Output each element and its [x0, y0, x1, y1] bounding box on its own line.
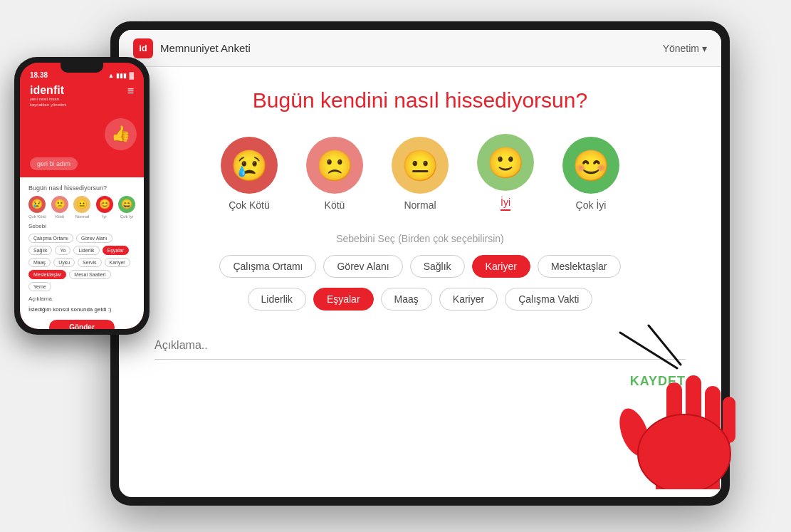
- tag-esyalar[interactable]: Eşyalar: [313, 288, 374, 311]
- tablet-device: id Memnuniyet Anketi Yönetim ▾ Bugün ken…: [110, 21, 730, 506]
- sebep-title-text: Sebebini Seç: [336, 233, 395, 244]
- sebep-title: Sebebini Seç (Birden çok seçebilirsin): [336, 232, 504, 245]
- sebep-section: Sebebini Seç (Birden çok seçebilirsin) Ç…: [154, 232, 686, 311]
- phone-content: Bugün nasıl hissediyorsun? 😢 Çok Kötü 🙁 …: [20, 177, 144, 329]
- phone-emoji-2[interactable]: 🙁 Kötü: [51, 196, 68, 219]
- phone-brand-name: idenfit: [30, 85, 66, 96]
- phone-tag-2[interactable]: Sağlık: [28, 246, 52, 255]
- phone-aciklama-text: İstediğim konsol sonunda geldi :): [28, 306, 135, 313]
- tag-liderlik[interactable]: Liderlik: [248, 288, 306, 311]
- phone-tag-9[interactable]: Kariyer: [105, 258, 130, 267]
- pf3-label: Normal: [75, 214, 89, 219]
- kaydet-button[interactable]: KAYDET: [630, 374, 686, 389]
- tag-kariyer2[interactable]: Kariyer: [439, 288, 498, 311]
- pf5-label: Çok İyi: [120, 214, 133, 219]
- yonetim-menu[interactable]: Yönetim ▾: [663, 43, 707, 54]
- aciklama-input[interactable]: [154, 332, 686, 360]
- emoji-kotu[interactable]: 🙁 Kötü: [306, 137, 363, 211]
- phone-tag-0[interactable]: Çalışma Ortamı: [28, 234, 73, 243]
- normal-face: 😐: [392, 137, 449, 194]
- tag-kariyer[interactable]: Kariyer: [472, 255, 530, 278]
- thumbs-up-icon: 👍: [105, 118, 137, 150]
- sebep-hint: (Birden çok seçebilirsin): [398, 233, 504, 244]
- phone-screen: 18.38 ▲ ▮▮▮ ▓ idenfit yeni nesil insanka…: [20, 63, 144, 329]
- tablet-screen: id Memnuniyet Anketi Yönetim ▾ Bugün ken…: [119, 30, 721, 497]
- cok-kotu-face: 😢: [221, 137, 278, 194]
- phone-tags: Çalışma Ortamı Görev Alanı Sağlık Yo Lid…: [28, 234, 135, 291]
- phone-thumb-area: 👍: [20, 118, 144, 156]
- cok-iyi-label: Çok İyi: [576, 199, 607, 211]
- pf4-face: 😊: [96, 196, 113, 213]
- yonetim-label: Yönetim: [663, 43, 699, 54]
- tag-meslektaslar[interactable]: Meslektaşlar: [538, 255, 621, 278]
- phone-emoji-5[interactable]: 😄 Çok İyi: [118, 196, 135, 219]
- tag-calisma-vakti[interactable]: Çalışma Vakti: [505, 288, 592, 311]
- iyi-face: 🙂: [477, 134, 534, 191]
- emoji-normal[interactable]: 😐 Normal: [392, 137, 449, 211]
- tablet-header: id Memnuniyet Anketi Yönetim ▾: [119, 30, 721, 67]
- phone-emoji-1[interactable]: 😢 Çok Kötü: [28, 196, 46, 219]
- pf4-label: İyi: [103, 214, 107, 219]
- phone-tag-6[interactable]: Maaş: [28, 258, 51, 267]
- battery-icon: ▓: [129, 72, 134, 79]
- phone-emoji-3[interactable]: 😐 Normal: [73, 196, 90, 219]
- phone-tag-10[interactable]: Meslektaşlar: [28, 270, 66, 279]
- kotu-label: Kötü: [325, 199, 345, 211]
- phone-emoji-row: 😢 Çok Kötü 🙁 Kötü 😐 Normal 😊 İyi 😄: [28, 196, 135, 219]
- gonder-button[interactable]: Gönder: [49, 320, 115, 329]
- pf1-face: 😢: [28, 196, 46, 213]
- phone-notch: [61, 63, 103, 73]
- tags-row-1: Çalışma Ortamı Görev Alanı Sağlık Kariye…: [219, 255, 620, 278]
- tag-gorev-alani[interactable]: Görev Alanı: [323, 255, 402, 278]
- tag-maas[interactable]: Maaş: [381, 288, 432, 311]
- tag-saglik[interactable]: Sağlık: [410, 255, 465, 278]
- hint-text: geri bi adım: [30, 157, 78, 170]
- tablet-content: Bugün kendini nasıl hissediyorsun? 😢 Çok…: [119, 67, 721, 497]
- phone-tag-8[interactable]: Servis: [78, 258, 101, 267]
- phone-tag-7[interactable]: Uyku: [53, 258, 75, 267]
- phone-tag-11[interactable]: Mesai Saatleri: [69, 270, 110, 279]
- phone-tag-3[interactable]: Yo: [55, 246, 70, 255]
- app-logo: id: [133, 38, 153, 58]
- pf2-face: 🙁: [51, 196, 68, 213]
- phone-tag-4[interactable]: Liderlik: [73, 246, 99, 255]
- phone-device: 18.38 ▲ ▮▮▮ ▓ idenfit yeni nesil insanka…: [14, 57, 150, 335]
- tag-calisma-ortami[interactable]: Çalışma Ortamı: [219, 255, 316, 278]
- phone-aciklama-label: Açıklama: [28, 296, 135, 302]
- pf2-label: Kötü: [56, 214, 64, 219]
- phone-input-hint: geri bi adım: [20, 156, 144, 177]
- emoji-row: 😢 Çok Kötü 🙁 Kötü 😐 Normal 🙂 İyi 😊: [221, 134, 619, 211]
- cok-iyi-face: 😊: [562, 137, 619, 194]
- kotu-face: 🙁: [306, 137, 363, 194]
- phone-tag-12[interactable]: Yeme: [28, 282, 51, 291]
- phone-tag-5[interactable]: Eşyalar: [103, 246, 129, 255]
- main-question: Bugün kendini nasıl hissediyorsun?: [253, 88, 587, 113]
- wifi-icon: ▲: [108, 72, 115, 79]
- chevron-down-icon: ▾: [702, 43, 707, 54]
- cok-kotu-label: Çok Kötü: [229, 199, 270, 211]
- header-left: id Memnuniyet Anketi: [133, 38, 251, 58]
- phone-emoji-4[interactable]: 😊 İyi: [96, 196, 113, 219]
- signal-icon: ▮▮▮: [116, 72, 127, 79]
- tags-row-2: Liderlik Eşyalar Maaş Kariyer Çalışma Va…: [248, 288, 593, 311]
- app-title: Memnuniyet Anketi: [160, 42, 251, 54]
- phone-sebep-title: Sebebi: [28, 223, 135, 229]
- emoji-cok-iyi[interactable]: 😊 Çok İyi: [562, 137, 619, 211]
- phone-brand: idenfit yeni nesil insankaynakları yönet…: [30, 85, 66, 108]
- emoji-cok-kotu[interactable]: 😢 Çok Kötü: [221, 137, 278, 211]
- phone-brand-sub: yeni nesil insankaynakları yönetimi: [30, 96, 66, 108]
- phone-app-header: idenfit yeni nesil insankaynakları yönet…: [20, 82, 144, 118]
- phone-status-icons: ▲ ▮▮▮ ▓: [108, 72, 134, 79]
- phone-time: 18.38: [30, 71, 48, 79]
- phone-tag-1[interactable]: Görev Alanı: [76, 234, 112, 243]
- pf3-face: 😐: [73, 196, 90, 213]
- iyi-label: İyi: [501, 197, 510, 211]
- normal-label: Normal: [404, 199, 436, 211]
- hamburger-icon[interactable]: ≡: [127, 85, 134, 98]
- pf5-face: 😄: [118, 196, 135, 213]
- pf1-label: Çok Kötü: [28, 214, 46, 219]
- phone-question: Bugün nasıl hissediyorsun?: [28, 184, 135, 192]
- emoji-iyi[interactable]: 🙂 İyi: [477, 134, 534, 211]
